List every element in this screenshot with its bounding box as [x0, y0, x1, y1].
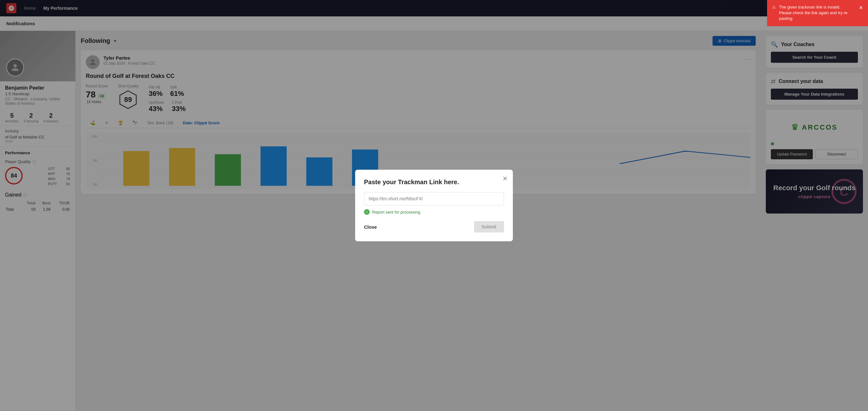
warning-icon: ⚠	[772, 4, 776, 10]
modal-submit-button[interactable]: Submit	[474, 221, 504, 232]
modal-success-message: ✓ Report sent for processing	[364, 209, 504, 215]
modal-actions: Close Submit	[364, 221, 504, 232]
modal-close-x-button[interactable]: ✕	[502, 175, 508, 182]
modal-close-button[interactable]: Close	[364, 224, 377, 230]
error-message: The given trackman link is invalid. Plea…	[779, 4, 853, 22]
trackman-link-input[interactable]	[364, 192, 504, 205]
modal-title: Paste your Trackman Link here.	[364, 179, 504, 186]
toast-close-button[interactable]: ✕	[859, 4, 863, 11]
modal-overlay[interactable]: Paste your Trackman Link here. ✕ ✓ Repor…	[0, 0, 868, 410]
trackman-modal: Paste your Trackman Link here. ✕ ✓ Repor…	[355, 170, 513, 241]
error-toast: ⚠ The given trackman link is invalid. Pl…	[767, 0, 868, 26]
success-check-icon: ✓	[364, 209, 370, 215]
success-text: Report sent for processing	[372, 210, 420, 215]
